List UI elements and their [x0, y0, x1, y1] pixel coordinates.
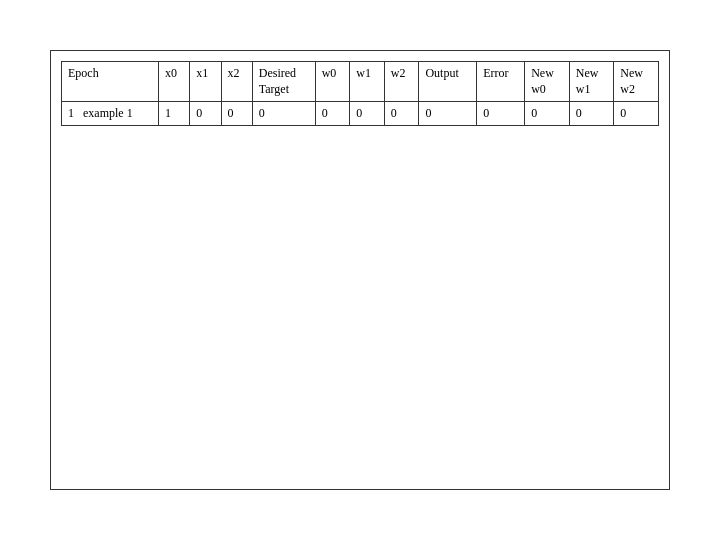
header-desired-target: Desired Target: [252, 62, 315, 102]
cell-w1: 0: [350, 102, 385, 126]
header-new-w1: New w1: [569, 62, 614, 102]
data-table: Epoch x0 x1 x2 Desired Target w0 w1 w2 O…: [61, 61, 659, 126]
header-x2: x2: [221, 62, 252, 102]
header-x0: x0: [159, 62, 190, 102]
cell-output: 0: [419, 102, 477, 126]
cell-new-w1: 0: [569, 102, 614, 126]
header-w2: w2: [384, 62, 419, 102]
header-epoch: Epoch: [62, 62, 159, 102]
cell-x2: 0: [221, 102, 252, 126]
table-row: 1 example 1 1 0 0 0 0 0 0 0 0 0 0 0: [62, 102, 659, 126]
header-w0: w0: [315, 62, 350, 102]
header-error: Error: [477, 62, 525, 102]
header-w1: w1: [350, 62, 385, 102]
cell-x0: 1: [159, 102, 190, 126]
header-new-w0: New w0: [525, 62, 570, 102]
cell-desired-target: 0: [252, 102, 315, 126]
cell-epoch: 1 example 1: [62, 102, 159, 126]
cell-new-w2: 0: [614, 102, 659, 126]
cell-x1: 0: [190, 102, 221, 126]
cell-error: 0: [477, 102, 525, 126]
cell-new-w0: 0: [525, 102, 570, 126]
main-container: Epoch x0 x1 x2 Desired Target w0 w1 w2 O…: [50, 50, 670, 490]
header-new-w2: New w2: [614, 62, 659, 102]
cell-w2: 0: [384, 102, 419, 126]
header-output: Output: [419, 62, 477, 102]
header-x1: x1: [190, 62, 221, 102]
cell-w0: 0: [315, 102, 350, 126]
